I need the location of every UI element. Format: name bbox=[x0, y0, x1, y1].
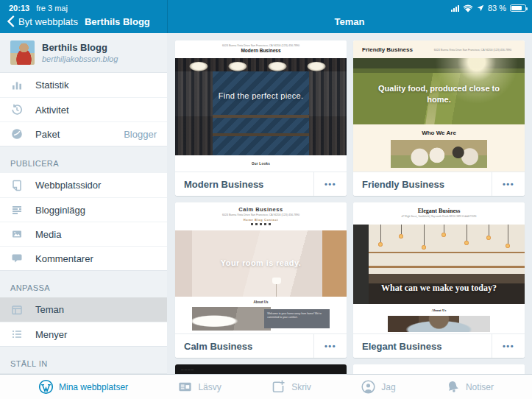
site-url: berthiljakobsson.blog bbox=[42, 54, 118, 63]
back-label: Byt webbplats bbox=[18, 16, 78, 27]
topbar-divider bbox=[167, 0, 168, 33]
posts-icon bbox=[10, 203, 24, 216]
preview-site-title: Elegant Business bbox=[353, 208, 525, 214]
theme-name: Calm Business bbox=[175, 334, 313, 358]
section-header-publicera: PUBLICERA bbox=[0, 146, 167, 173]
menus-icon bbox=[10, 328, 24, 341]
more-icon: ••• bbox=[503, 180, 514, 188]
reader-icon bbox=[177, 379, 193, 395]
sidebar-item-paket[interactable]: Paket Blogger bbox=[0, 121, 167, 146]
cellular-signal-icon bbox=[451, 5, 459, 12]
preview-hero-text: What can we make you today? bbox=[353, 283, 525, 294]
tab-lasvy[interactable]: Läsvy bbox=[177, 379, 221, 395]
preview-hero-image: What can we make you today? bbox=[353, 225, 525, 304]
preview-section-title: About Us bbox=[175, 297, 347, 304]
nav-site-title: Berthils Blogg bbox=[85, 16, 150, 27]
preview-site-title: Modern Business bbox=[175, 48, 347, 53]
battery-icon bbox=[510, 4, 526, 12]
compose-icon bbox=[271, 379, 286, 395]
sidebar-item-kommentarer[interactable]: Kommentarer bbox=[0, 246, 167, 270]
tab-notiser[interactable]: Notiser bbox=[445, 379, 494, 395]
theme-name: Friendly Business bbox=[353, 172, 492, 196]
preview-hero-image: Your room is ready. bbox=[175, 230, 347, 297]
nav-bar: Byt webbplats Berthils Blogg Teman bbox=[0, 14, 532, 33]
tab-skriv[interactable]: Skriv bbox=[271, 379, 311, 395]
sidebar-group-general: Statistik Aktivitet Paket Blogger bbox=[0, 73, 167, 146]
themes-icon bbox=[10, 303, 24, 317]
sidebar-item-teman[interactable]: Teman bbox=[0, 297, 167, 322]
sidebar-item-media[interactable]: Media bbox=[0, 222, 167, 246]
preview-sheep-image bbox=[391, 140, 486, 168]
site-name: Berthils Blogg bbox=[42, 42, 118, 54]
plan-value: Blogger bbox=[124, 129, 157, 140]
more-icon: ••• bbox=[324, 180, 336, 188]
sidebar-item-label: Webbplatssidor bbox=[35, 180, 157, 191]
tab-label: Notiser bbox=[466, 382, 494, 392]
more-button[interactable]: ••• bbox=[313, 334, 347, 358]
preview-section-title: Our Looks bbox=[175, 155, 347, 172]
status-time: 20:13 bbox=[9, 4, 29, 13]
sidebar-item-label: Kommentarer bbox=[35, 253, 157, 264]
tab-jag[interactable]: Jag bbox=[361, 379, 395, 395]
theme-card-elegant-business[interactable]: Elegant Business 47 High Street, Smithfi… bbox=[353, 202, 525, 358]
preview-lamp-image bbox=[192, 307, 271, 331]
page-title: Teman bbox=[167, 16, 532, 27]
more-button[interactable]: ••• bbox=[492, 334, 525, 358]
media-icon bbox=[10, 227, 24, 241]
sidebar-item-aktivitet[interactable]: Aktivitet bbox=[0, 97, 167, 121]
location-arrow-icon bbox=[477, 4, 484, 12]
comments-icon bbox=[10, 252, 24, 265]
theme-card-partial-right[interactable] bbox=[353, 364, 525, 374]
plan-icon bbox=[10, 127, 24, 141]
theme-card-partial-left[interactable]: — — — — bbox=[175, 364, 347, 374]
wordpress-logo-icon bbox=[38, 379, 54, 395]
preview-hero-text: Your room is ready. bbox=[175, 258, 347, 267]
preview-hero-text: Quality food, produced close to home. bbox=[374, 83, 504, 105]
theme-preview: — — — — bbox=[175, 364, 347, 374]
tab-label: Jag bbox=[381, 382, 395, 392]
preview-hero-image: Find the perfect piece. bbox=[175, 58, 347, 155]
sidebar-group-anpassa: Teman Menyer bbox=[0, 297, 167, 347]
sidebar-item-label: Menyer bbox=[35, 329, 157, 340]
theme-preview: Calm Business 6024 Buena Vista Drive San… bbox=[175, 202, 347, 333]
preview-hero-text: Find the perfect piece. bbox=[175, 91, 347, 100]
sidebar-item-label: Media bbox=[35, 229, 157, 240]
preview-address: 6024 Buena Vista Drive San Francisco, CA… bbox=[184, 213, 338, 216]
sidebar-item-statistik[interactable]: Statistik bbox=[0, 73, 167, 97]
top-bar: 20:13 fre 3 maj 83 % Byt webbplats Berth… bbox=[0, 0, 532, 33]
pages-icon bbox=[10, 179, 24, 192]
theme-card-friendly-business[interactable]: Friendly Business 6024 Buena Vista Drive… bbox=[353, 40, 525, 196]
sidebar-group-publicera: Webbplatssidor Blogginlägg Media Komment… bbox=[0, 173, 167, 271]
bell-icon bbox=[445, 379, 461, 395]
site-header[interactable]: Berthils Blogg berthiljakobsson.blog bbox=[0, 33, 167, 73]
status-bar: 20:13 fre 3 maj 83 % bbox=[0, 0, 532, 14]
themes-content[interactable]: 6024 Buena Vista Drive San Francisco, CA… bbox=[168, 33, 532, 374]
sidebar-item-label: Teman bbox=[35, 304, 157, 315]
tab-bar: Mina webbplatser Läsvy Skriv Jag Notiser bbox=[0, 374, 532, 399]
more-button[interactable]: ••• bbox=[313, 172, 347, 196]
preview-person-image bbox=[388, 316, 491, 332]
sidebar-item-label: Aktivitet bbox=[35, 105, 157, 116]
tab-label: Mina webbplatser bbox=[59, 382, 128, 392]
back-button[interactable]: Byt webbplats Berthils Blogg bbox=[7, 15, 150, 27]
preview-hero-image: Quality food, produced close to home. bbox=[353, 58, 525, 124]
theme-card-modern-business[interactable]: 6024 Buena Vista Drive San Francisco, CA… bbox=[175, 40, 347, 196]
theme-preview bbox=[353, 364, 525, 374]
site-avatar bbox=[10, 40, 35, 65]
theme-card-calm-business[interactable]: Calm Business 6024 Buena Vista Drive San… bbox=[175, 202, 347, 358]
battery-percent: 83 % bbox=[488, 4, 506, 13]
sidebar-item-blogginlagg[interactable]: Blogginlägg bbox=[0, 197, 167, 222]
tab-mina-webbplatser[interactable]: Mina webbplatser bbox=[38, 379, 128, 395]
sidebar-item-menyer[interactable]: Menyer bbox=[0, 322, 167, 346]
preview-site-title: Calm Business bbox=[175, 206, 347, 213]
tab-label: Läsvy bbox=[198, 382, 221, 392]
sidebar: Berthils Blogg berthiljakobsson.blog Sta… bbox=[0, 33, 167, 374]
section-header-stall-in: STÄLL IN bbox=[0, 347, 167, 373]
more-button[interactable]: ••• bbox=[492, 172, 525, 196]
theme-preview: Elegant Business 47 High Street, Smithfi… bbox=[353, 202, 525, 333]
preview-section-title: Who We Are bbox=[353, 124, 525, 136]
preview-social-icons bbox=[175, 223, 347, 225]
back-chevron-icon bbox=[7, 15, 15, 27]
sidebar-item-label: Paket bbox=[35, 129, 112, 140]
sidebar-item-webbplatssidor[interactable]: Webbplatssidor bbox=[0, 173, 167, 197]
